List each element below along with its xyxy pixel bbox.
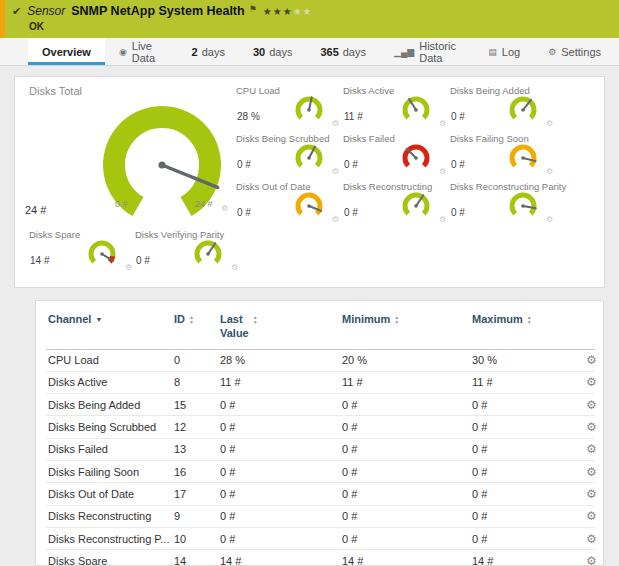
id-cell: 15 (174, 399, 220, 411)
last-cell: 0 # (220, 533, 342, 545)
channel-settings-icon[interactable]: ⚙ (546, 119, 553, 128)
id-cell: 0 (174, 354, 220, 366)
gauge-tile-disks-failing-soon[interactable]: Disks Failing Soon0 #⚙ (450, 133, 557, 179)
min-cell: 0 # (342, 533, 472, 545)
sort-icon: ▲▼ (527, 315, 532, 324)
stars-filled: ★★★ (263, 6, 293, 17)
last-cell: 11 # (220, 376, 342, 388)
gauge-tile-disks-being-added[interactable]: Disks Being Added0 #⚙ (450, 85, 557, 131)
tab-label: days (343, 46, 366, 58)
sensor-kind-label: Sensor (27, 4, 65, 18)
column-header-id[interactable]: ID▲▼ (174, 313, 220, 341)
gauge-tile-disks-reconstructing[interactable]: Disks Reconstructing0 #⚙ (343, 181, 450, 227)
row-settings-icon[interactable]: ⚙ (586, 442, 597, 456)
channel-settings-icon[interactable]: ⚙ (439, 215, 446, 224)
channel-cell: CPU Load (48, 354, 174, 366)
row-settings-icon[interactable]: ⚙ (586, 353, 597, 367)
gauge-tile-disks-out-of-date[interactable]: Disks Out of Date0 #⚙ (236, 181, 343, 227)
gauge-tile-disks-reconstructing-parity[interactable]: Disks Reconstructing Parity0 #⚙ (450, 181, 557, 227)
main-gauge-max-label: 24 # (195, 199, 213, 209)
channel-cell: Disks Spare (48, 555, 174, 566)
channel-cell: Disks Reconstructing P... (48, 533, 174, 545)
min-cell: 0 # (342, 443, 472, 455)
table-row-disks-out-of-date: Disks Out of Date170 #0 #0 #⚙ (46, 483, 595, 505)
tab-number: 30 (253, 46, 265, 58)
row-settings-icon[interactable]: ⚙ (586, 509, 597, 523)
channel-settings-icon[interactable]: ⚙ (221, 204, 228, 213)
gauge-dial (290, 191, 328, 221)
main-gauge-value: 24 # (25, 204, 46, 216)
tab-30-days[interactable]: 30days (239, 38, 307, 65)
row-settings-icon[interactable]: ⚙ (586, 532, 597, 546)
tab-365-days[interactable]: 365days (306, 38, 380, 65)
gauge-tile-disks-active[interactable]: Disks Active11 #⚙ (343, 85, 450, 131)
row-settings-icon[interactable]: ⚙ (586, 420, 597, 434)
column-label: Minimum (342, 313, 390, 327)
sort-icon: ▲▼ (394, 315, 399, 324)
gauge-tile-disks-spare[interactable]: Disks Spare14 #⚙ (29, 229, 133, 275)
priority-stripe (0, 0, 5, 38)
row-settings-icon[interactable]: ⚙ (586, 465, 597, 479)
tab-label: Historic Data (419, 40, 460, 64)
min-cell: 0 # (342, 510, 472, 522)
column-header-maximum[interactable]: Maximum▲▼ (472, 313, 586, 341)
channel-settings-icon[interactable]: ⚙ (439, 167, 446, 176)
tab-historic-data[interactable]: ▁▄▆Historic Data (380, 38, 474, 65)
channel-cell: Disks Being Added (48, 399, 174, 411)
gauge-value: 0 # (136, 255, 150, 266)
disks-total-gauge[interactable] (87, 91, 237, 241)
tab-strip: Overview◉Live Data2days30days365days▁▄▆H… (0, 38, 619, 66)
tab-2-days[interactable]: 2days (178, 38, 239, 65)
main-gauge-min-label: 0 # (115, 199, 128, 209)
tab-label: Live Data (132, 40, 164, 64)
gauge-value: 14 # (30, 255, 49, 266)
gauge-value: 0 # (451, 159, 465, 170)
channel-settings-icon[interactable]: ⚙ (332, 167, 339, 176)
row-settings-icon[interactable]: ⚙ (586, 375, 597, 389)
sort-down-arrow: ▼ (527, 320, 532, 325)
row-actions-cell: ⚙ (586, 487, 604, 501)
gauge-tile-disks-failed[interactable]: Disks Failed0 #⚙ (343, 133, 450, 179)
gauge-tile-disks-being-scrubbed[interactable]: Disks Being Scrubbed0 #⚙ (236, 133, 343, 179)
row-settings-icon[interactable]: ⚙ (586, 398, 597, 412)
channel-settings-icon[interactable]: ⚙ (546, 215, 553, 224)
channel-settings-icon[interactable]: ⚙ (332, 215, 339, 224)
channel-settings-icon[interactable]: ⚙ (231, 263, 238, 272)
tab-log[interactable]: ▤Log (474, 38, 534, 65)
tab-overview[interactable]: Overview (28, 38, 105, 65)
column-label: Last Value (220, 313, 249, 341)
priority-stars[interactable]: ★★★★★ (263, 6, 313, 17)
row-actions-cell: ⚙ (586, 442, 604, 456)
gauge-dial (290, 143, 328, 173)
tab-live-data[interactable]: ◉Live Data (105, 38, 178, 65)
row-actions-cell: ⚙ (586, 465, 604, 479)
sensor-title-line: ✔ Sensor SNMP NetApp System Health ⚑ ★★★… (12, 4, 313, 18)
channel-settings-icon[interactable]: ⚙ (332, 119, 339, 128)
row-settings-icon[interactable]: ⚙ (586, 554, 597, 566)
tab-label: days (202, 46, 225, 58)
channel-cell: Disks Out of Date (48, 488, 174, 500)
last-cell: 14 # (220, 555, 342, 566)
row-actions-cell: ⚙ (586, 509, 604, 523)
tab-number: 365 (320, 46, 338, 58)
id-cell: 10 (174, 533, 220, 545)
gauge-tile-disks-verifying-parity[interactable]: Disks Verifying Parity0 #⚙ (135, 229, 275, 275)
channel-settings-icon[interactable]: ⚙ (439, 119, 446, 128)
main-gauge-title: Disks Total (29, 85, 82, 97)
channel-cell: Disks Active (48, 376, 174, 388)
tab-label: Log (502, 46, 520, 58)
gauge-value: 0 # (344, 159, 358, 170)
last-cell: 0 # (220, 466, 342, 478)
row-settings-icon[interactable]: ⚙ (586, 487, 597, 501)
tab-settings[interactable]: ⚙Settings (534, 38, 615, 65)
column-header-last-value[interactable]: Last Value▲▼ (220, 313, 342, 341)
channel-settings-icon[interactable]: ⚙ (125, 263, 132, 272)
channel-table-body: CPU Load028 %20 %30 %⚙Disks Active811 #1… (46, 350, 595, 566)
table-row-disks-reconstructing-p: Disks Reconstructing P...100 #0 #0 #⚙ (46, 528, 595, 550)
channel-settings-icon[interactable]: ⚙ (546, 167, 553, 176)
column-header-minimum[interactable]: Minimum▲▼ (342, 313, 472, 341)
gauge-tile-cpu-load[interactable]: CPU Load28 %⚙ (236, 85, 343, 131)
id-cell: 12 (174, 421, 220, 433)
column-header-channel[interactable]: Channel▼ (48, 313, 174, 341)
sort-down-arrow: ▼ (394, 320, 399, 325)
